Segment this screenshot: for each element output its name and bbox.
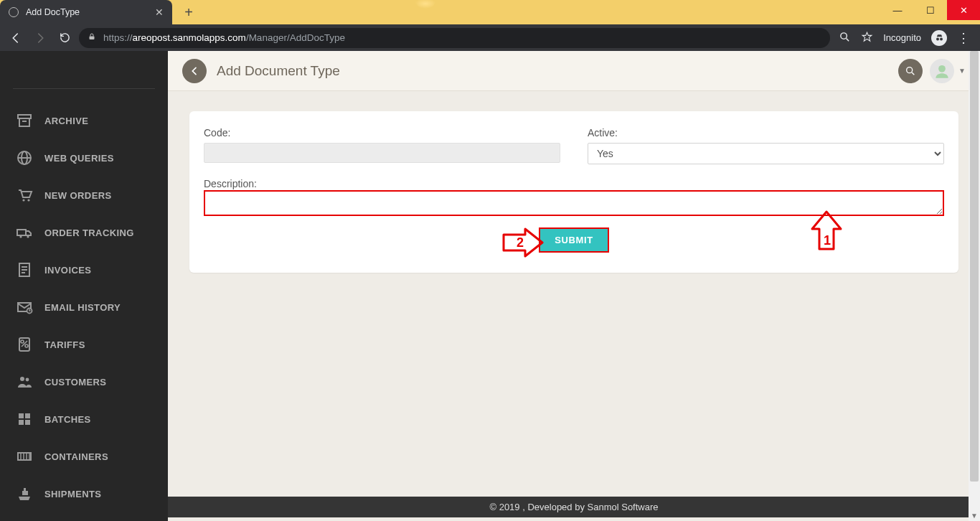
scrollbar[interactable]: ▲ ▼ xyxy=(969,51,980,521)
sidebar-item-containers[interactable]: CONTAINERS xyxy=(0,438,168,475)
sidebar-item-archive[interactable]: ARCHIVE xyxy=(0,102,168,139)
svg-point-15 xyxy=(27,235,29,238)
svg-point-4 xyxy=(940,37,943,40)
sidebar-item-label: SHIPMENTS xyxy=(44,489,101,499)
user-menu-caret-icon[interactable]: ▼ xyxy=(958,67,966,75)
favicon-icon xyxy=(9,7,19,17)
svg-point-39 xyxy=(907,67,913,72)
sidebar-item-invoices[interactable]: INVOICES xyxy=(0,251,168,288)
svg-rect-37 xyxy=(22,491,28,495)
chevron-left-icon xyxy=(189,65,200,77)
search-icon xyxy=(905,65,916,77)
sidebar-item-label: EMAIL HISTORY xyxy=(44,302,121,313)
browser-tab[interactable]: Add DocType ✕ xyxy=(0,0,172,24)
active-label: Active: xyxy=(588,127,944,139)
svg-point-24 xyxy=(25,344,28,347)
decorative-glow xyxy=(415,0,436,9)
sidebar-item-label: TARIFFS xyxy=(44,339,85,350)
svg-rect-0 xyxy=(90,37,95,40)
window-minimize-button[interactable]: — xyxy=(881,0,914,20)
sidebar-item-order-tracking[interactable]: ORDER TRACKING xyxy=(0,214,168,251)
svg-point-12 xyxy=(27,199,29,201)
svg-point-41 xyxy=(938,65,946,72)
users-icon xyxy=(16,373,33,390)
footer: © 2019 , Developed by Sanmol Software xyxy=(168,497,980,521)
invoice-icon xyxy=(16,261,33,278)
window-close-button[interactable]: ✕ xyxy=(947,0,980,20)
bookmark-star-icon[interactable] xyxy=(861,31,873,45)
svg-rect-28 xyxy=(19,413,24,418)
svg-point-11 xyxy=(22,199,24,201)
sidebar-item-web-queries[interactable]: WEB QUERIES xyxy=(0,139,168,177)
address-bar[interactable]: https://areopost.sanmolapps.com/Manager/… xyxy=(79,28,830,48)
svg-rect-6 xyxy=(19,118,29,126)
sidebar: ARCHIVE WEB QUERIES NEW ORDERS ORDER TRA… xyxy=(0,51,168,521)
svg-rect-29 xyxy=(25,413,30,418)
sidebar-item-tariffs[interactable]: TARIFFS xyxy=(0,326,168,363)
url-text: https://areopost.sanmolapps.com/Manager/… xyxy=(103,32,345,43)
sidebar-item-batches[interactable]: BATCHES xyxy=(0,400,168,438)
svg-rect-13 xyxy=(17,230,26,235)
nav-back-button[interactable] xyxy=(6,28,26,48)
nav-reload-button[interactable] xyxy=(55,28,75,48)
sidebar-item-label: INVOICES xyxy=(44,265,91,276)
svg-line-2 xyxy=(847,38,849,41)
incognito-icon xyxy=(931,30,947,46)
svg-point-14 xyxy=(19,235,22,238)
submit-button[interactable]: SUBMIT xyxy=(540,229,607,251)
svg-text:1: 1 xyxy=(824,233,831,248)
svg-point-3 xyxy=(936,37,939,40)
description-input[interactable] xyxy=(204,190,944,216)
incognito-label: Incognito xyxy=(883,32,921,43)
globe-icon xyxy=(16,149,33,166)
scroll-thumb[interactable] xyxy=(970,51,979,482)
sidebar-item-email-history[interactable]: EMAIL HISTORY xyxy=(0,288,168,326)
tab-title: Add DocType xyxy=(26,7,80,17)
sidebar-item-customers[interactable]: CUSTOMERS xyxy=(0,363,168,400)
sidebar-item-label: BATCHES xyxy=(44,414,91,425)
sidebar-item-new-orders[interactable]: NEW ORDERS xyxy=(0,177,168,214)
close-tab-icon[interactable]: ✕ xyxy=(155,7,164,17)
svg-point-23 xyxy=(21,340,24,343)
header-search-button[interactable] xyxy=(898,59,923,83)
cart-icon xyxy=(16,187,33,204)
user-avatar[interactable] xyxy=(930,59,954,83)
sidebar-brand-area xyxy=(13,62,155,89)
mail-icon xyxy=(16,299,33,316)
sidebar-item-shipments[interactable]: SHIPMENTS xyxy=(0,475,168,512)
svg-point-1 xyxy=(841,32,847,39)
sidebar-item-label: WEB QUERIES xyxy=(44,153,114,164)
window-maximize-button[interactable]: ☐ xyxy=(914,0,947,20)
sidebar-item-label: ARCHIVE xyxy=(44,116,88,126)
new-tab-button[interactable]: + xyxy=(178,1,199,23)
back-button[interactable] xyxy=(182,59,207,83)
sidebar-item-label: NEW ORDERS xyxy=(44,190,112,201)
zoom-icon[interactable] xyxy=(839,31,851,45)
ship-icon xyxy=(16,485,33,502)
active-select[interactable]: Yes xyxy=(588,143,944,164)
svg-rect-31 xyxy=(25,420,30,425)
annotation-arrow-2: 2 xyxy=(502,227,545,258)
svg-text:2: 2 xyxy=(517,235,524,250)
lock-icon xyxy=(88,32,96,43)
sidebar-item-label: CUSTOMERS xyxy=(44,377,106,388)
page-title: Add Document Type xyxy=(217,63,340,79)
svg-line-25 xyxy=(22,341,27,347)
container-icon xyxy=(16,448,33,465)
svg-rect-38 xyxy=(24,488,26,491)
sidebar-item-label: CONTAINERS xyxy=(44,451,108,462)
svg-point-27 xyxy=(26,378,29,382)
avatar-icon xyxy=(933,62,951,80)
svg-rect-30 xyxy=(19,420,24,425)
svg-point-26 xyxy=(20,377,24,381)
nav-forward-button[interactable] xyxy=(30,28,50,48)
description-label: Description: xyxy=(204,178,257,189)
page-header: Add Document Type ▼ xyxy=(168,51,980,91)
code-input[interactable] xyxy=(204,143,560,163)
svg-line-40 xyxy=(912,72,914,75)
archive-icon xyxy=(16,112,33,129)
tariff-icon xyxy=(16,336,33,353)
grid-icon xyxy=(16,410,33,428)
form-card: Code: Active: Yes Description: SU xyxy=(189,111,958,273)
scroll-down-button[interactable]: ▼ xyxy=(969,510,980,521)
